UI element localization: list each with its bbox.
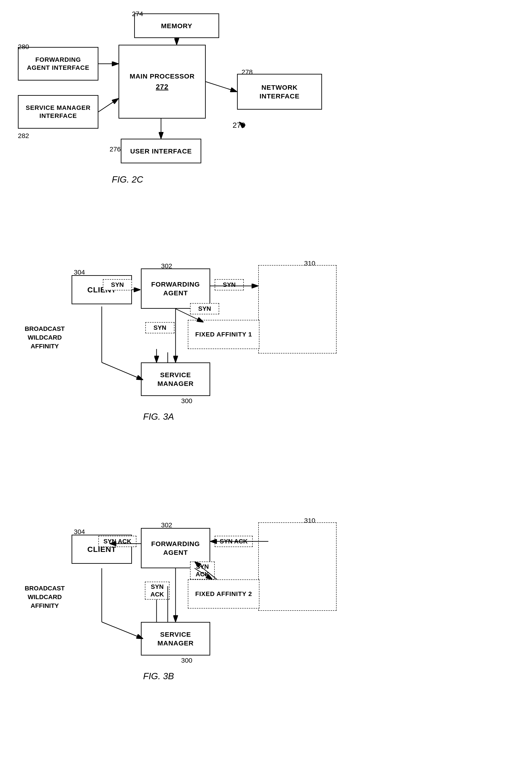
service-manager-label: SERVICE MANAGER INTERFACE [26,104,90,120]
fig3a-sm-box: SERVICE MANAGER [141,362,210,396]
main-processor-label: MAIN PROCESSOR [130,72,195,81]
fig3a-label-302: 302 [161,262,172,270]
fig3b-synack3: SYNACK [190,562,215,579]
network-interface-box: NETWORK INTERFACE [237,74,322,109]
svg-line-23 [102,622,143,639]
fig3a-caption: FIG. 3A [143,412,174,422]
fig3a-fa-box: FORWARDING AGENT [141,269,210,309]
svg-line-5 [206,82,237,92]
fig3b-sm-box: SERVICE MANAGER [141,622,210,656]
fig3a-label-304: 304 [74,269,85,276]
fig3a-fixed-affinity-box: FIXED AFFINITY 1 [188,320,260,349]
forwarding-agent-label: FORWARDING AGENT INTERFACE [27,56,89,72]
fig3b-synack4: SYNACK [145,582,169,600]
label-278: 278 [242,68,253,76]
memory-box: MEMORY [134,13,219,38]
fig3a-syn1: SYN [103,279,132,290]
label-270: 270 [233,121,245,129]
diagram-container: MEMORY 274 MAIN PROCESSOR 272 FORWARDING… [0,0,532,764]
fig3b-fixed-affinity-box: FIXED AFFINITY 2 [188,579,260,609]
fig3a-label-300: 300 [181,397,192,405]
label-280: 280 [18,43,29,51]
fig3a-syn4: SYN [190,303,219,314]
fig3b-hosts-group [258,522,337,611]
fig3a-sm-label: SERVICE MANAGER [157,370,194,388]
fig3b-sm-label: SERVICE MANAGER [157,630,194,648]
fig3b-label-310: 310 [304,517,315,524]
service-manager-box: SERVICE MANAGER INTERFACE [18,95,98,129]
main-processor-num: 272 [156,82,168,92]
main-processor-box: MAIN PROCESSOR 272 [118,45,206,118]
fig3b-fa-label: FORWARDING AGENT [151,539,200,557]
fig3b-label-304: 304 [74,528,85,536]
user-interface-box: USER INTERFACE [121,139,201,163]
fig3b-synack2: SYN ACK [215,536,253,547]
fig3a-fa-label: FORWARDING AGENT [151,280,200,297]
label-282: 282 [18,132,29,140]
forwarding-agent-box: FORWARDING AGENT INTERFACE [18,47,98,81]
fig3b-label-300: 300 [181,657,192,664]
fig3b-label-302: 302 [161,521,172,529]
user-interface-label: USER INTERFACE [130,147,192,155]
fig3a-syn2: SYN [215,279,244,290]
fig3a-broadcast-label: BROADCAST WILDCARD AFFINITY [19,324,71,351]
fig3a-label-310: 310 [304,260,315,267]
fig3b-synack1: SYN ACK [98,536,136,547]
fig3b-broadcast-label: BROADCAST WILDCARD AFFINITY [19,584,71,610]
label-276: 276 [109,145,121,153]
svg-line-4 [98,98,118,112]
fig3a-syn3: SYN [145,322,174,333]
fig3a-hosts-group [258,265,337,353]
fig3b-caption: FIG. 3B [143,671,174,681]
label-274: 274 [132,10,143,18]
fig2c-caption: FIG. 2C [112,174,143,185]
network-interface-label: NETWORK INTERFACE [260,83,299,100]
svg-line-15 [102,362,143,380]
